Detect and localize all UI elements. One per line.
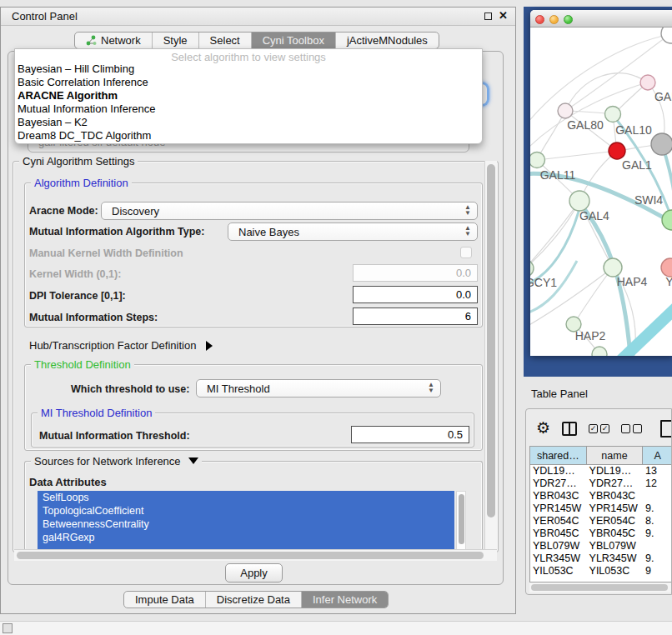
algorithm-option[interactable]: Basic Correlation Inference — [15, 75, 482, 88]
kernel-width-input[interactable]: 0.0 — [353, 264, 478, 282]
scrollbar-thumb[interactable] — [531, 584, 668, 591]
tab-jactivemnodules[interactable]: jActiveMNodules — [336, 32, 439, 48]
network-view-window[interactable]: GALGAL80GAL10GAL1GAL11SWI4GAL4GCY1HAP4YH… — [530, 10, 672, 356]
apply-button[interactable]: Apply — [225, 563, 283, 582]
combo-spinner-icon: ▲▼ — [464, 225, 471, 238]
mi-threshold-input[interactable]: 0.5 — [351, 426, 469, 443]
attribute-item[interactable]: gal4RGexp — [38, 531, 454, 544]
node-pink[interactable] — [640, 75, 655, 90]
node-salmon[interactable] — [661, 258, 672, 277]
table-row[interactable]: YDL19…YDL19…13 — [530, 465, 672, 478]
mi-type-combobox[interactable]: Naive Bayes ▲▼ — [228, 222, 478, 241]
node-label: GAL1 — [622, 158, 652, 172]
settings-vertical-scrollbar[interactable] — [484, 161, 497, 554]
network-edge[interactable] — [530, 206, 580, 286]
bottom-strip — [0, 622, 672, 635]
mac-minimize-button[interactable] — [549, 15, 559, 24]
collapsed-arrow-icon — [206, 341, 213, 351]
column-header[interactable]: A — [643, 447, 672, 464]
table-panel-title: Table Panel — [531, 388, 588, 400]
manual-kernel-checkbox[interactable] — [460, 247, 472, 258]
show-all-columns-icon[interactable]: ✓✓ — [589, 424, 609, 433]
hide-all-columns-icon[interactable] — [621, 424, 642, 433]
network-graph: GALGAL80GAL10GAL1GAL11SWI4GAL4GCY1HAP4YH… — [530, 28, 672, 356]
gear-icon[interactable]: ⚙ — [536, 421, 550, 436]
node-GAL10[interactable] — [605, 107, 621, 122]
dpi-tolerance-input[interactable]: 0.0 — [353, 286, 478, 303]
sources-title[interactable]: Sources for Network Inference — [31, 455, 202, 468]
network-edge[interactable] — [530, 201, 579, 268]
algorithm-option[interactable]: Dream8 DC_TDC Algorithm — [15, 128, 482, 142]
table-row[interactable]: YPR145WYPR145W9. — [530, 502, 672, 515]
algorithm-option[interactable]: Bayesian – K2 — [15, 115, 482, 128]
table-row[interactable]: YBR043CYBR043C — [530, 490, 672, 502]
node-GCY1[interactable] — [530, 260, 534, 277]
node-SWI4[interactable] — [662, 210, 672, 230]
table-row[interactable]: YIL053CYIL053C9 — [530, 565, 672, 578]
tab-network[interactable]: Network — [75, 32, 153, 48]
network-edge[interactable] — [537, 111, 565, 160]
mac-zoom-button[interactable] — [564, 15, 573, 24]
table-horizontal-scrollbar[interactable] — [529, 582, 672, 592]
collapsed-panel-icon[interactable] — [3, 623, 13, 633]
node-label: GAL — [654, 90, 672, 103]
attribute-item[interactable]: BetweennessCentrality — [38, 518, 454, 531]
table-cell: YDR27… — [587, 478, 644, 490]
table-row[interactable]: YER054CYER054C8. — [530, 515, 672, 528]
node-label: GAL4 — [579, 209, 609, 222]
control-panel-window: Control Panel ✕ Network Style Select Cyn… — [0, 7, 516, 614]
algorithm-option[interactable]: Bayesian – Hill Climbing — [15, 62, 482, 75]
which-threshold-combobox[interactable]: MI Threshold ▲▼ — [196, 379, 441, 398]
network-edge[interactable] — [530, 82, 648, 152]
algorithm-dropdown-popup: Select algorithm to view settings Bayesi… — [14, 48, 483, 144]
scrollbar-thumb[interactable] — [459, 494, 464, 544]
tab-discretize-data[interactable]: Discretize Data — [206, 592, 302, 608]
algorithm-definition-title: Algorithm Definition — [31, 177, 132, 189]
algorithm-option[interactable]: Mutual Information Inference — [15, 102, 482, 115]
network-edge[interactable] — [565, 73, 648, 111]
table-cell: YPR145W — [587, 502, 644, 515]
mi-steps-input[interactable]: 6 — [353, 308, 478, 325]
settings-horizontal-scrollbar[interactable] — [14, 549, 497, 561]
node-label: GCY1 — [530, 276, 557, 289]
node-gray[interactable] — [651, 133, 672, 155]
attribute-item[interactable]: TopologicalCoefficient — [38, 504, 454, 518]
hub-definition-toggle[interactable]: Hub/Transcription Factor Definition — [29, 339, 213, 352]
table-cell: YER054C — [587, 515, 644, 528]
tab-cyni-toolbox[interactable]: Cyni Toolbox — [252, 32, 336, 48]
node-GAL80[interactable] — [558, 103, 573, 118]
network-canvas[interactable]: GALGAL80GAL10GAL1GAL11SWI4GAL4GCY1HAP4YH… — [530, 28, 672, 356]
scrollbar-thumb[interactable] — [487, 164, 495, 518]
scrollbar-thumb[interactable] — [17, 552, 484, 559]
tab-impute-data[interactable]: Impute Data — [124, 592, 206, 608]
table-row[interactable]: YBL079WYBL079W — [530, 540, 672, 552]
split-columns-icon[interactable] — [562, 422, 577, 436]
column-header[interactable]: name — [587, 447, 644, 464]
node-GAL4[interactable] — [569, 191, 589, 211]
close-icon[interactable]: ✕ — [499, 9, 508, 22]
new-table-icon[interactable] — [660, 420, 672, 438]
attribute-item[interactable]: SelfLoops — [38, 491, 454, 504]
node-bottom-partial[interactable] — [592, 347, 607, 356]
node-GAL11[interactable] — [530, 152, 545, 168]
tab-style[interactable]: Style — [153, 32, 199, 48]
mac-close-button[interactable] — [535, 15, 544, 24]
network-edge[interactable] — [574, 268, 613, 324]
node-HAP4[interactable] — [604, 258, 622, 277]
node-top-partial[interactable] — [661, 28, 672, 43]
attributes-scrollbar[interactable] — [456, 491, 466, 552]
network-edge[interactable] — [537, 151, 617, 160]
node-label: GAL80 — [567, 118, 604, 132]
dropdown-placeholder: Select algorithm to view settings — [15, 49, 482, 62]
tab-infer-network[interactable]: Infer Network — [302, 592, 388, 608]
table-row[interactable]: YDR27…YDR27…12 — [530, 478, 672, 490]
tab-select[interactable]: Select — [199, 32, 252, 48]
table-row[interactable]: YBR045CYBR045C9. — [530, 528, 672, 540]
aracne-mode-combobox[interactable]: Discovery ▲▼ — [101, 202, 478, 220]
float-window-icon[interactable] — [484, 12, 492, 20]
node-GAL1[interactable] — [609, 142, 625, 159]
table-row[interactable]: YLR345WYLR345W9. — [530, 552, 672, 565]
column-header[interactable]: shared… — [530, 447, 587, 464]
node-label: HAP2 — [575, 329, 606, 342]
algorithm-option[interactable]: ARACNE Algorithm — [15, 88, 482, 102]
